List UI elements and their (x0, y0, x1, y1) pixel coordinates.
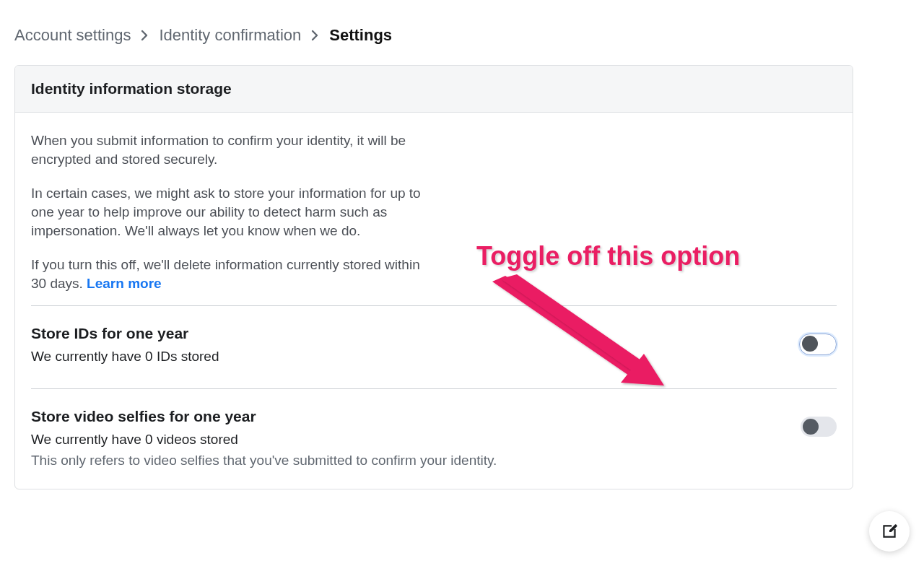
intro-paragraph-1: When you submit information to confirm y… (31, 131, 435, 168)
edit-fab[interactable] (869, 511, 910, 552)
setting-store-videos-sub: We currently have 0 videos stored (31, 430, 783, 449)
setting-store-videos-title: Store video selfies for one year (31, 406, 783, 427)
identity-storage-card: Identity information storage When you su… (14, 65, 853, 489)
card-intro: When you submit information to confirm y… (31, 131, 837, 292)
setting-store-videos-note: This only refers to video selfies that y… (31, 451, 783, 470)
card-title: Identity information storage (15, 66, 853, 113)
chevron-right-icon (311, 30, 319, 41)
intro-paragraph-2: In certain cases, we might ask to store … (31, 184, 435, 240)
breadcrumb-item-identity-confirmation[interactable]: Identity confirmation (159, 26, 301, 45)
setting-store-ids-title: Store IDs for one year (31, 323, 782, 344)
setting-store-ids-sub: We currently have 0 IDs stored (31, 347, 782, 366)
breadcrumb: Account settings Identity confirmation S… (14, 26, 910, 45)
setting-store-video-selfies: Store video selfies for one year We curr… (31, 402, 837, 477)
chevron-right-icon (141, 30, 149, 41)
divider (31, 388, 837, 389)
toggle-store-video-selfies[interactable] (801, 417, 837, 437)
intro-paragraph-3: If you turn this off, we'll delete infor… (31, 256, 435, 292)
toggle-store-ids[interactable] (799, 334, 837, 355)
breadcrumb-item-account-settings[interactable]: Account settings (14, 26, 131, 45)
edit-icon (880, 522, 899, 541)
divider (31, 305, 837, 306)
breadcrumb-item-settings: Settings (329, 26, 392, 45)
setting-store-ids: Store IDs for one year We currently have… (31, 319, 837, 375)
learn-more-link[interactable]: Learn more (87, 276, 161, 291)
